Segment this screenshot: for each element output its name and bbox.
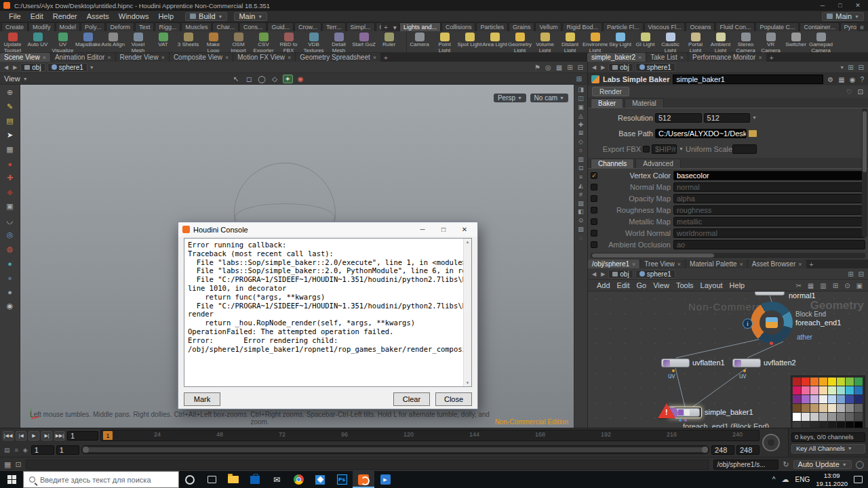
magnifier-icon[interactable]: ⊙ xyxy=(844,282,850,289)
uvflatten2-node[interactable] xyxy=(732,359,761,367)
scroll-down-icon[interactable]: ▼ xyxy=(466,381,470,385)
checkbox-icon[interactable]: ✓ xyxy=(591,207,597,214)
presets-icon[interactable]: ▦ xyxy=(837,76,845,83)
key-all-dropdown[interactable]: Key All Channels▼ xyxy=(791,444,865,453)
pane-tab[interactable]: Motion FX View× xyxy=(233,53,295,62)
shelf-tab[interactable]: Deform xyxy=(106,22,134,31)
notification-center-icon[interactable] xyxy=(854,476,863,483)
palette-swatch[interactable] xyxy=(837,395,845,403)
render-button[interactable]: Render xyxy=(592,87,629,96)
palette-swatch[interactable] xyxy=(793,378,801,386)
pane-tab[interactable]: Animation Editor× xyxy=(51,53,115,62)
shelf-tab[interactable]: Pyro FX xyxy=(840,22,858,31)
horizontal-scrollbar[interactable] xyxy=(591,253,865,258)
viewport-tool-icon[interactable]: ◎ xyxy=(4,230,16,240)
palette-swatch[interactable] xyxy=(819,422,827,428)
shelf-tab[interactable]: Muscles xyxy=(181,22,212,31)
viewport-display-icon[interactable]: ▧ xyxy=(578,201,584,207)
export-fbx-path-field[interactable]: $HIP/render/$(HIPNAME).fbx xyxy=(652,144,677,154)
close-tab-icon[interactable]: × xyxy=(632,261,635,268)
select-tool-icon[interactable]: ◻ xyxy=(244,75,254,83)
pane-maximize-icon[interactable]: ⊟ xyxy=(857,270,865,278)
viewport-display-icon[interactable]: ◇ xyxy=(578,139,583,146)
clipped-node[interactable] xyxy=(755,291,785,296)
viewport-tool-icon[interactable]: ◍ xyxy=(4,244,16,254)
viewport-tool-icon[interactable]: ◉ xyxy=(4,301,16,311)
palette-swatch[interactable] xyxy=(793,422,801,428)
path-chip-obj[interactable]: obj xyxy=(20,63,45,72)
palette-swatch[interactable] xyxy=(802,378,810,386)
range-end-field[interactable]: 248 xyxy=(711,445,734,455)
path-chip-node[interactable]: sphere1 xyxy=(47,63,87,72)
shelf-tab[interactable]: Container... xyxy=(800,22,839,31)
range-start-field[interactable]: 1 xyxy=(56,445,79,455)
no-cam-badge[interactable]: No cam▼ xyxy=(530,94,568,102)
close-tab-icon[interactable]: × xyxy=(43,54,46,61)
palette-swatch[interactable] xyxy=(802,422,810,428)
viewport-display-icon[interactable]: ≡ xyxy=(579,174,583,181)
close-button[interactable]: ✕ xyxy=(851,2,865,9)
current-frame-field[interactable]: 1 xyxy=(67,431,98,441)
tile-icon[interactable]: ⊞ xyxy=(833,282,838,289)
uvflatten1-node[interactable] xyxy=(661,359,690,367)
shelf-tab[interactable]: Rigid Bod... xyxy=(562,22,602,31)
timeline[interactable]: 24487296120144168192216240 1 xyxy=(100,430,760,441)
refresh-icon[interactable]: ↻ xyxy=(783,460,789,469)
viewport-display-icon[interactable]: # xyxy=(579,192,583,199)
playback-options-icon[interactable]: ▤ xyxy=(3,447,12,453)
shelf-tab[interactable]: Grains xyxy=(509,22,535,31)
palette-swatch[interactable] xyxy=(819,413,827,421)
palette-swatch[interactable] xyxy=(810,395,818,403)
palette-swatch[interactable] xyxy=(810,378,818,386)
file-chooser-icon[interactable] xyxy=(749,130,757,137)
checkbox-icon[interactable]: ✓ xyxy=(591,195,597,202)
palette-swatch[interactable] xyxy=(793,395,801,403)
shelf-tab[interactable]: Lights and... xyxy=(399,22,441,31)
shelf-tab[interactable]: Model xyxy=(56,22,81,31)
wrench-icon[interactable]: ✂ xyxy=(795,282,801,289)
pane-tab[interactable]: Composite View× xyxy=(170,53,233,62)
palette-swatch[interactable] xyxy=(846,413,854,421)
photos-button[interactable] xyxy=(309,471,331,488)
close-tab-icon[interactable]: × xyxy=(373,54,376,61)
shelf-tool-button[interactable]: Distant Light xyxy=(557,31,583,52)
palette-swatch[interactable] xyxy=(854,378,863,386)
shelf-tool-button[interactable]: VAT xyxy=(151,31,176,52)
viewport-display-icon[interactable]: ○ xyxy=(579,148,583,155)
gear-icon[interactable]: ⚙ xyxy=(827,76,834,83)
viewport-display-icon[interactable]: ▨ xyxy=(578,226,584,233)
block-end-node[interactable] xyxy=(766,317,778,328)
info-icon[interactable]: ◉ xyxy=(849,76,856,83)
shelf-tool-button[interactable]: VR Camera xyxy=(758,31,783,52)
palette-swatch[interactable] xyxy=(854,413,863,421)
play-button[interactable]: ▶ xyxy=(28,431,39,441)
palette-swatch[interactable] xyxy=(793,404,801,412)
shelf-tab[interactable]: Modify xyxy=(28,22,55,31)
palette-swatch[interactable] xyxy=(846,422,854,428)
task-view-button[interactable] xyxy=(201,471,222,488)
back-icon[interactable]: ◀ xyxy=(591,64,597,70)
shelf-tool-button[interactable]: 3 Sheets xyxy=(176,31,201,52)
shelf-tool-button[interactable]: Detail Mesh xyxy=(326,31,351,52)
network-menu-item[interactable]: Help xyxy=(726,281,749,290)
palette-swatch[interactable] xyxy=(810,413,818,421)
channel-value-field[interactable]: alpha xyxy=(673,194,865,203)
chevron-down-icon[interactable]: ▼ xyxy=(752,115,757,120)
range-handle-right[interactable] xyxy=(702,447,708,453)
viewport-tool-icon[interactable]: ✎ xyxy=(4,102,16,112)
tab-material[interactable]: Material xyxy=(625,98,664,108)
scroll-up-icon[interactable]: ▲ xyxy=(466,240,470,244)
pane-tab[interactable]: Scene View× xyxy=(0,53,50,62)
chrome-button[interactable] xyxy=(288,471,309,488)
menu-item[interactable]: Help xyxy=(153,12,178,21)
start-button[interactable] xyxy=(0,471,23,488)
shelf-tool-button[interactable]: MapsBaker xyxy=(75,31,100,52)
key-button[interactable] xyxy=(762,434,780,451)
forward-icon[interactable]: ▶ xyxy=(12,64,18,70)
viewport-display-icon[interactable]: ◨ xyxy=(578,87,584,94)
shelf-tool-button[interactable]: Caustic Light xyxy=(658,31,683,52)
viewport-display-icon[interactable]: ▣ xyxy=(578,104,584,111)
shelf-tool-button[interactable]: Voxel Mesh xyxy=(125,31,151,52)
menu-item[interactable]: Windows xyxy=(114,12,154,21)
shelf-tool-button[interactable]: VDB Textures xyxy=(301,31,326,52)
